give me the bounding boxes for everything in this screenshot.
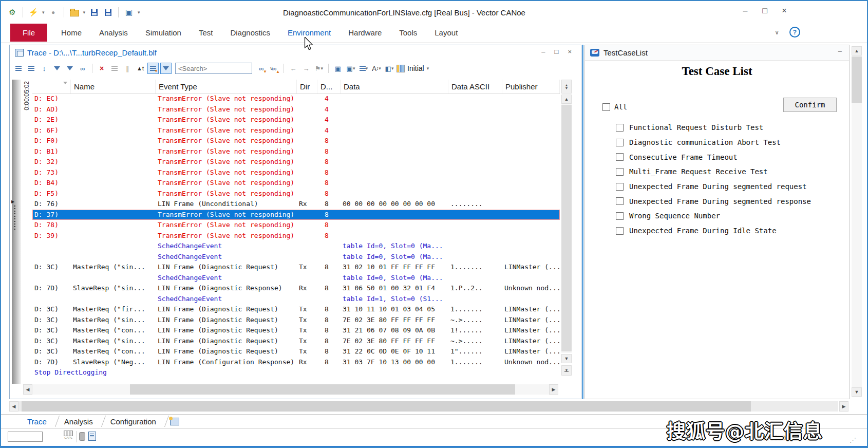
select-all-row[interactable]: All [602, 103, 627, 111]
all-checkbox[interactable] [602, 103, 610, 111]
table-row[interactable]: D: 2E)TransmError (Slave not responding)… [32, 115, 560, 125]
table-row[interactable]: D: 78)TransmError (Slave not responding)… [32, 220, 560, 231]
column-header[interactable]: D... [317, 80, 341, 94]
column-header[interactable]: Event Type [156, 80, 297, 94]
tab-simulation[interactable]: Simulation [137, 24, 190, 42]
table-row[interactable]: D: 76)LIN Frame (Unconditional)Rx800 00 … [32, 199, 560, 210]
maximize-button[interactable]: □ [759, 6, 770, 15]
table-row[interactable]: SchedChangeEventtable Id=0, Slot=0 (Ma..… [32, 241, 560, 252]
tab-home[interactable]: Home [52, 24, 90, 42]
checkbox[interactable] [616, 153, 624, 161]
table-row[interactable]: D: 37)TransmError (Slave not responding)… [32, 210, 560, 220]
table-row[interactable]: D: 73)TransmError (Slave not responding)… [32, 167, 560, 178]
write-window-icon[interactable] [88, 432, 96, 441]
scroll-right-button[interactable]: ▶ [839, 401, 848, 412]
scroll-down-button[interactable]: ▼ [561, 354, 572, 363]
checkbox[interactable] [616, 227, 624, 235]
tab-test[interactable]: Test [190, 24, 222, 42]
checkbox[interactable] [616, 139, 624, 146]
scroll-left-button[interactable]: ◀ [23, 384, 32, 395]
table-row[interactable]: D: 3C)MasterReq ("con...LIN Frame (Diagn… [32, 325, 560, 336]
table-row[interactable]: D: F0)TransmError (Slave not responding)… [32, 136, 560, 146]
table-row[interactable]: D: F5)TransmError (Slave not responding)… [32, 189, 560, 199]
table-row[interactable]: D: 7D)SlaveResp ("Neg...LIN Frame (Confi… [32, 357, 560, 368]
statistics-icon[interactable] [26, 63, 37, 74]
checkbox[interactable] [616, 168, 624, 176]
scroll-down-button[interactable]: ▼ [852, 387, 862, 397]
vertical-scrollbar[interactable] [852, 55, 862, 387]
table-row[interactable]: D: EC)TransmError (Slave not responding)… [32, 94, 560, 104]
checkbox[interactable] [616, 124, 624, 132]
table-row[interactable]: D: 32)TransmError (Slave not responding)… [32, 157, 560, 167]
checkbox[interactable] [616, 212, 624, 220]
table-row[interactable]: SchedChangeEventtable Id=0, Slot=0 (Ma..… [32, 252, 560, 263]
scrollbar-thumb[interactable] [852, 57, 862, 103]
close-button[interactable]: × [568, 48, 572, 55]
close-button[interactable]: × [779, 6, 790, 15]
checkbox[interactable] [616, 183, 624, 191]
view-mode-icon[interactable]: ▾ [358, 63, 369, 74]
column-layout-selector[interactable]: Initial ▾ [397, 64, 429, 72]
status-input[interactable] [8, 432, 43, 442]
table-row[interactable]: D: 3C)MasterReq ("sin...LIN Frame (Diagn… [32, 336, 560, 347]
table-row[interactable]: D: 39)TransmError (Slave not responding)… [32, 231, 560, 241]
column-header[interactable]: Data ASCII [448, 80, 502, 94]
scrollbar-thumb[interactable] [130, 384, 515, 395]
testcase-item[interactable]: Unexpected Frame During Idle State [616, 223, 842, 238]
tab-layout[interactable]: Layout [426, 24, 466, 42]
search-combo[interactable]: ∨ [175, 63, 252, 74]
table-row[interactable]: D: 3C)MasterReq ("sin...LIN Frame (Diagn… [32, 315, 560, 326]
filter-messages-icon[interactable] [51, 63, 63, 74]
pause-icon[interactable]: ∥ [122, 63, 133, 74]
ribbon-collapse-icon[interactable]: ∨ [775, 29, 779, 36]
resize-grip[interactable]: ⋰ [850, 436, 856, 444]
database-icon[interactable] [79, 432, 85, 441]
filter-events-icon[interactable] [64, 63, 76, 74]
column-header[interactable] [32, 80, 71, 94]
scroll-up-button[interactable]: ▲ [561, 95, 572, 104]
table-row[interactable]: SchedChangeEventtable Id=1, Slot=0 (S1..… [32, 294, 560, 305]
stop-directlogging-link[interactable]: Stop DirectLogging [34, 368, 107, 376]
panel-collapse-button[interactable]: – [838, 47, 842, 55]
panel-title-bar[interactable]: TestCaseList – [585, 45, 849, 61]
tab-analysis[interactable]: Analysis [55, 415, 102, 428]
autoscroll-toggle[interactable]: ▼ [147, 63, 159, 74]
scroll-right-button[interactable]: ▶ [549, 384, 558, 395]
testcase-item[interactable]: Consecutive Frame Timeout [616, 150, 842, 164]
splitter-arrow-icon[interactable]: ▶ [11, 199, 14, 204]
table-row[interactable]: D: B1)TransmError (Slave not responding)… [32, 146, 560, 157]
table-row[interactable]: D: 3C)MasterReq ("fir...LIN Frame (Diagn… [32, 304, 560, 315]
expand-rows-icon[interactable]: ↕ [39, 63, 50, 74]
minimize-button[interactable]: – [740, 6, 751, 15]
column-header[interactable]: Dir [297, 80, 317, 94]
scrollbar-thumb[interactable] [561, 105, 572, 351]
table-row[interactable]: D: B4)TransmError (Slave not responding)… [32, 178, 560, 189]
testcase-item[interactable]: Multi_Frame Request Receive Test [616, 164, 842, 179]
capl-compile-icon[interactable]: CAPL [63, 431, 74, 442]
column-header[interactable]: Name [71, 80, 156, 94]
tab-hardware[interactable]: Hardware [339, 24, 390, 42]
splitter-handle[interactable] [14, 206, 15, 230]
testcase-item[interactable]: Diagnostic communication Abort Test [616, 135, 842, 150]
tab-file[interactable]: File [10, 24, 47, 42]
scroll-up-button[interactable]: ▲ [852, 46, 862, 55]
find-next-icon[interactable]: ∞▼ [256, 63, 267, 74]
chevron-down-icon[interactable]: ▾ [427, 66, 429, 71]
table-row[interactable]: D: 3C)MasterReq ("con...LIN Frame (Diagn… [32, 346, 560, 357]
table-row[interactable]: D: 6F)TransmError (Slave not responding)… [32, 125, 560, 136]
copy-window-icon[interactable]: ▣ [332, 63, 344, 74]
tab-trace[interactable]: Trace [18, 415, 55, 428]
checkbox[interactable] [616, 197, 624, 205]
table-row[interactable]: D: 3C)MasterReq ("sin...LIN Frame (Diagn… [32, 262, 560, 273]
tab-tools[interactable]: Tools [390, 24, 426, 42]
tab-analysis[interactable]: Analysis [90, 24, 137, 42]
fix-columns-icon[interactable] [13, 63, 24, 74]
find-previous-icon[interactable]: ∞▲ [269, 63, 280, 74]
delta-time-icon[interactable]: ▲t [135, 63, 146, 74]
panel-splitter[interactable] [582, 45, 583, 399]
testcase-item[interactable]: Unexpected Frame During segmented respon… [616, 194, 842, 209]
tab-configuration[interactable]: Configuration [102, 415, 165, 428]
help-icon[interactable]: ? [789, 27, 800, 38]
filter-toggle[interactable] [160, 63, 172, 74]
minimize-button[interactable]: – [541, 48, 545, 55]
